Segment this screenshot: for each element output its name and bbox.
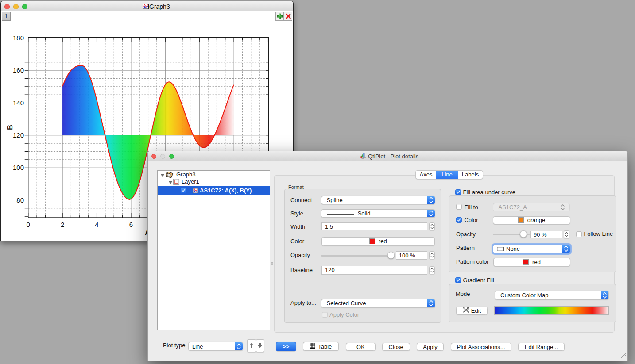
svg-text:80: 80	[16, 196, 24, 204]
svg-text:120: 120	[13, 131, 24, 139]
svg-text:100: 100	[13, 164, 24, 171]
svg-text:0: 0	[27, 221, 30, 228]
svg-text:4: 4	[95, 221, 98, 228]
svg-text:180: 180	[13, 34, 24, 42]
svg-text:140: 140	[13, 99, 24, 107]
svg-text:B: B	[6, 125, 14, 130]
svg-text:2: 2	[61, 221, 64, 228]
svg-text:6: 6	[129, 221, 133, 228]
svg-text:160: 160	[13, 66, 24, 74]
